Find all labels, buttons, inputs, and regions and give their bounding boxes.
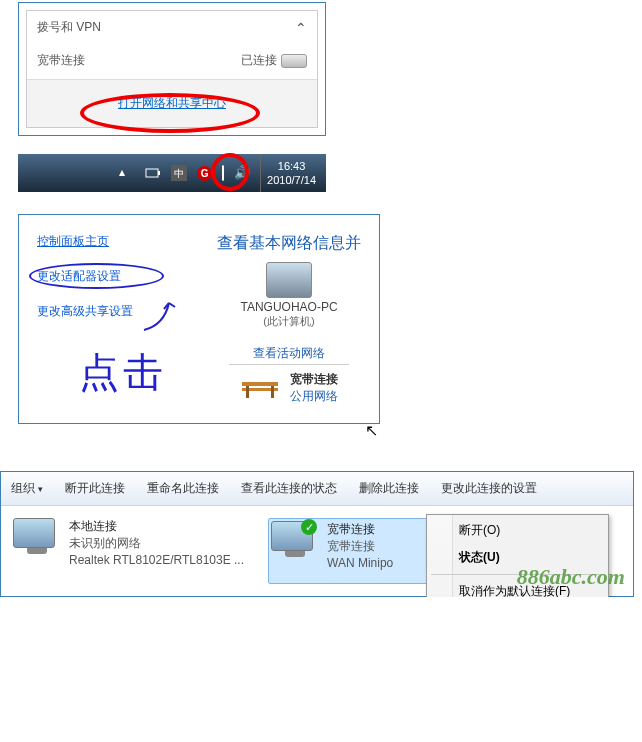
net-type-link[interactable]: 公用网络 — [290, 389, 338, 403]
change-adapter-settings-link[interactable]: 更改适配器设置 — [37, 268, 181, 285]
toolbar-organize[interactable]: 组织 — [11, 480, 43, 497]
connection-icon — [13, 518, 61, 560]
conn-toolbar: 组织 断开此连接 重命名此连接 查看此连接的状态 删除此连接 更改此连接的设置 — [1, 472, 633, 506]
active-network-section: 查看活动网络 — [229, 345, 349, 365]
control-panel-home-link[interactable]: 控制面板主页 — [37, 233, 181, 250]
conn-name: 本地连接 — [69, 518, 244, 535]
cursor-icon: ↖ — [365, 422, 378, 439]
item-status: 已连接 — [241, 52, 277, 69]
connection-icon: ✓ — [271, 521, 319, 563]
section-title: 拨号和 VPN — [37, 19, 101, 36]
tray-power-icon[interactable] — [145, 165, 161, 181]
toolbar-disconnect[interactable]: 断开此连接 — [65, 480, 125, 497]
conn-line2: 未识别的网络 — [69, 535, 244, 552]
modem-icon — [281, 54, 307, 68]
nc-right-panel: 查看基本网络信息并 TANGUOHAO-PC (此计算机) 查看活动网络 宽带连… — [199, 215, 379, 423]
conn-line2: 宽带连接 — [327, 538, 393, 555]
pc-desc: (此计算机) — [209, 314, 369, 329]
conn-body: 本地连接 未识别的网络 Realtek RTL8102E/RTL8103E ..… — [1, 506, 633, 596]
tray-volume-icon[interactable]: 🔊 — [234, 165, 250, 181]
clock-date: 2010/7/14 — [267, 173, 316, 187]
clock-time: 16:43 — [267, 159, 316, 173]
handwriting-annotation: 点击 — [79, 345, 167, 400]
svg-rect-0 — [146, 169, 158, 177]
ctx-disconnect[interactable]: 断开(O) — [429, 517, 606, 544]
svg-rect-7 — [271, 386, 274, 398]
net-name: 宽带连接 — [290, 372, 338, 386]
toolbar-change[interactable]: 更改此连接的设置 — [441, 480, 537, 497]
tray-network-icon[interactable] — [222, 165, 224, 181]
popup-section-header[interactable]: 拨号和 VPN ⌃ — [27, 11, 317, 44]
system-tray: ▴ 中 G 🔊 16:43 2010/7/14 — [119, 154, 326, 192]
svg-rect-6 — [246, 386, 249, 398]
pc-name: TANGUOHAO-PC — [209, 300, 369, 314]
bench-icon — [240, 376, 280, 400]
advanced-sharing-link[interactable]: 更改高级共享设置 — [37, 303, 181, 320]
svg-text:中: 中 — [174, 168, 184, 179]
tray-g-badge-icon[interactable]: G — [197, 166, 212, 181]
conn-line3: Realtek RTL8102E/RTL8103E ... — [69, 552, 244, 569]
conn-name: 宽带连接 — [327, 521, 393, 538]
context-menu: 断开(O) 状态(U) 取消作为默认连接(F) 创建副本(C) 创建快捷方式(S… — [426, 514, 609, 597]
svg-rect-4 — [242, 382, 278, 386]
toolbar-delete[interactable]: 删除此连接 — [359, 480, 419, 497]
toolbar-rename[interactable]: 重命名此连接 — [147, 480, 219, 497]
toolbar-status[interactable]: 查看此连接的状态 — [241, 480, 337, 497]
connected-check-icon: ✓ — [301, 519, 317, 535]
tray-ime-icon[interactable]: 中 — [171, 165, 187, 181]
nc-title: 查看基本网络信息并 — [209, 233, 369, 254]
tray-up-arrow-icon[interactable]: ▴ — [119, 165, 135, 181]
connection-item-local[interactable]: 本地连接 未识别的网络 Realtek RTL8102E/RTL8103E ..… — [13, 518, 244, 584]
nc-left-panel: 控制面板主页 更改适配器设置 更改高级共享设置 点击 — [19, 215, 199, 423]
network-connections-window: 组织 断开此连接 重命名此连接 查看此连接的状态 删除此连接 更改此连接的设置 … — [0, 471, 634, 597]
open-network-center-link[interactable]: 打开网络和共享中心 — [118, 96, 226, 110]
conn-line3: WAN Minipo — [327, 555, 393, 572]
ctx-unset-default[interactable]: 取消作为默认连接(F) — [429, 578, 606, 597]
chevron-up-icon[interactable]: ⌃ — [295, 20, 307, 36]
network-center-window: 控制面板主页 更改适配器设置 更改高级共享设置 点击 查看基本网络信息并 TAN… — [18, 214, 380, 424]
ctx-status[interactable]: 状态(U) — [429, 544, 606, 571]
item-name: 宽带连接 — [37, 52, 85, 69]
svg-rect-1 — [158, 171, 160, 175]
broadband-item[interactable]: 宽带连接 已连接 — [27, 44, 317, 79]
network-popup-window: 拨号和 VPN ⌃ 宽带连接 已连接 打开网络和共享中心 — [18, 2, 326, 136]
system-taskbar: ▴ 中 G 🔊 16:43 2010/7/14 — [18, 154, 326, 192]
popup-footer: 打开网络和共享中心 — [27, 79, 317, 127]
computer-icon — [266, 262, 312, 298]
tray-clock[interactable]: 16:43 2010/7/14 — [260, 154, 322, 192]
